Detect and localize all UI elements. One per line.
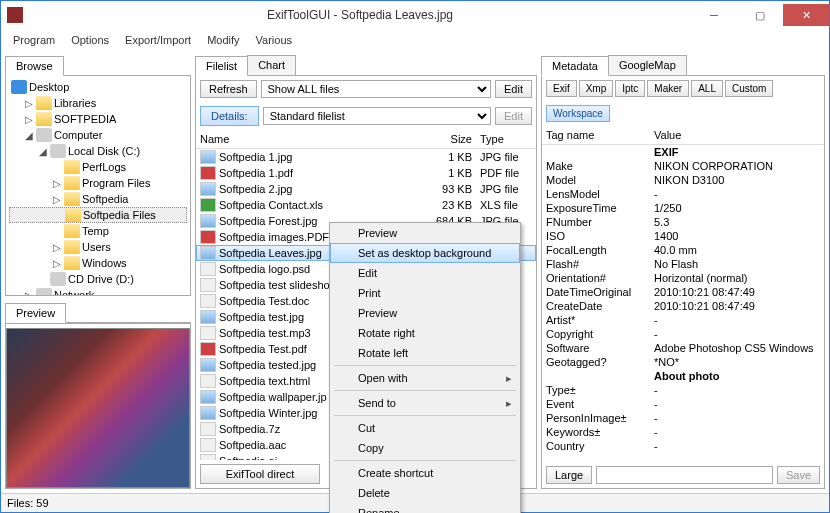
tree-item[interactable]: Temp: [9, 223, 187, 239]
context-item[interactable]: Preview: [330, 223, 520, 243]
value-input[interactable]: [596, 466, 773, 484]
details-button[interactable]: Details:: [200, 106, 259, 126]
context-item[interactable]: Edit: [330, 263, 520, 283]
context-separator: [334, 415, 516, 416]
layout-select[interactable]: Standard filelist: [263, 107, 491, 125]
tree-item[interactable]: ▷Windows: [9, 255, 187, 271]
file-row[interactable]: Softpedia 1.jpg1 KBJPG file: [196, 149, 536, 165]
tree-item[interactable]: ◢Computer: [9, 127, 187, 143]
menu-modify[interactable]: Modify: [199, 31, 247, 49]
folder-tree[interactable]: Desktop▷Libraries▷SOFTPEDIA◢Computer◢Loc…: [6, 76, 190, 295]
col-value[interactable]: Value: [654, 129, 681, 141]
metadata-row[interactable]: SoftwareAdobe Photoshop CS5 Windows: [542, 341, 824, 355]
context-item[interactable]: Set as desktop background: [330, 243, 520, 263]
context-item[interactable]: Rotate left: [330, 343, 520, 363]
tree-item[interactable]: Softpedia Files: [9, 207, 187, 223]
tree-item[interactable]: ▷Libraries: [9, 95, 187, 111]
close-button[interactable]: ✕: [783, 4, 829, 26]
metadata-row[interactable]: Country-: [542, 439, 824, 453]
tree-item[interactable]: ▷Program Files: [9, 175, 187, 191]
metadata-row[interactable]: LensModel-: [542, 187, 824, 201]
menu-various[interactable]: Various: [248, 31, 300, 49]
edit-filter-button[interactable]: Edit: [495, 80, 532, 98]
large-button[interactable]: Large: [546, 466, 592, 484]
refresh-button[interactable]: Refresh: [200, 80, 257, 98]
col-tagname[interactable]: Tag name: [546, 129, 654, 141]
metadata-row[interactable]: ExposureTime1/250: [542, 201, 824, 215]
file-row[interactable]: Softpedia 2.jpg93 KBJPG file: [196, 181, 536, 197]
metadata-row[interactable]: ModelNIKON D3100: [542, 173, 824, 187]
maker-button[interactable]: Maker: [647, 80, 689, 97]
tree-item[interactable]: PerfLogs: [9, 159, 187, 175]
save-button: Save: [777, 466, 820, 484]
custom-button[interactable]: Custom: [725, 80, 773, 97]
metadata-row[interactable]: Copyright-: [542, 327, 824, 341]
metadata-row[interactable]: Type±-: [542, 383, 824, 397]
tab-filelist[interactable]: Filelist: [195, 56, 248, 76]
titlebar: ExifToolGUI - Softpedia Leaves.jpg ─ ▢ ✕: [1, 1, 829, 29]
context-item[interactable]: Send to: [330, 393, 520, 413]
context-item[interactable]: Delete: [330, 483, 520, 503]
metadata-row[interactable]: DateTimeOriginal2010:10:21 08:47:49: [542, 285, 824, 299]
app-icon: [7, 7, 23, 23]
metadata-row[interactable]: Event-: [542, 397, 824, 411]
tree-item[interactable]: ▷Network: [9, 287, 187, 295]
preview-image: [6, 328, 190, 488]
context-item[interactable]: Preview: [330, 303, 520, 323]
metadata-row[interactable]: EXIF: [542, 145, 824, 159]
iptc-button[interactable]: Iptc: [615, 80, 645, 97]
tab-preview[interactable]: Preview: [5, 303, 66, 323]
metadata-row[interactable]: CreateDate2010:10:21 08:47:49: [542, 299, 824, 313]
metadata-header[interactable]: Tag name Value: [542, 126, 824, 145]
tab-googlemap[interactable]: GoogleMap: [608, 55, 687, 75]
metadata-row[interactable]: FNumber5.3: [542, 215, 824, 229]
col-size[interactable]: Size: [422, 133, 472, 145]
tree-item[interactable]: ▷SOFTPEDIA: [9, 111, 187, 127]
tree-item[interactable]: ▷Users: [9, 239, 187, 255]
tree-item[interactable]: ▷Softpedia: [9, 191, 187, 207]
col-name[interactable]: Name: [200, 133, 422, 145]
metadata-row[interactable]: FocalLength40.0 mm: [542, 243, 824, 257]
context-menu[interactable]: PreviewSet as desktop backgroundEditPrin…: [329, 222, 521, 513]
file-count: Files: 59: [7, 497, 49, 509]
metadata-row[interactable]: PersonInImage±-: [542, 411, 824, 425]
file-row[interactable]: Softpedia Contact.xls23 KBXLS file: [196, 197, 536, 213]
tab-browse[interactable]: Browse: [5, 56, 64, 76]
workspace-button[interactable]: Workspace: [546, 105, 610, 122]
menu-export-import[interactable]: Export/Import: [117, 31, 199, 49]
context-item[interactable]: Print: [330, 283, 520, 303]
context-item[interactable]: Copy: [330, 438, 520, 458]
file-row[interactable]: Softpedia 1.pdf1 KBPDF file: [196, 165, 536, 181]
minimize-button[interactable]: ─: [691, 4, 737, 26]
tree-item[interactable]: ◢Local Disk (C:): [9, 143, 187, 159]
metadata-row[interactable]: MakeNIKON CORPORATION: [542, 159, 824, 173]
context-item[interactable]: Cut: [330, 418, 520, 438]
metadata-row[interactable]: Orientation#Horizontal (normal): [542, 271, 824, 285]
metadata-row[interactable]: ISO1400: [542, 229, 824, 243]
metadata-list[interactable]: EXIFMakeNIKON CORPORATIONModelNIKON D310…: [542, 145, 824, 462]
exiftool-direct-button[interactable]: ExifTool direct: [200, 464, 320, 484]
context-item[interactable]: Rotate right: [330, 323, 520, 343]
filelist-header[interactable]: Name Size Type: [196, 130, 536, 149]
all-button[interactable]: ALL: [691, 80, 723, 97]
metadata-row[interactable]: About photo: [542, 369, 824, 383]
metadata-row[interactable]: Geotagged?*NO*: [542, 355, 824, 369]
metadata-row[interactable]: Keywords±-: [542, 425, 824, 439]
context-item[interactable]: Create shortcut: [330, 463, 520, 483]
exif-button[interactable]: Exif: [546, 80, 577, 97]
tree-item[interactable]: CD Drive (D:): [9, 271, 187, 287]
maximize-button[interactable]: ▢: [737, 4, 783, 26]
metadata-row[interactable]: Artist*-: [542, 313, 824, 327]
metadata-row[interactable]: Flash#No Flash: [542, 257, 824, 271]
xmp-button[interactable]: Xmp: [579, 80, 614, 97]
context-item[interactable]: Rename: [330, 503, 520, 513]
tab-metadata[interactable]: Metadata: [541, 56, 609, 76]
menu-options[interactable]: Options: [63, 31, 117, 49]
context-item[interactable]: Open with: [330, 368, 520, 388]
tab-chart[interactable]: Chart: [247, 55, 296, 75]
col-type[interactable]: Type: [472, 133, 532, 145]
menu-program[interactable]: Program: [5, 31, 63, 49]
tree-root[interactable]: Desktop: [9, 79, 187, 95]
context-separator: [334, 365, 516, 366]
filter-select[interactable]: Show ALL files: [261, 80, 492, 98]
